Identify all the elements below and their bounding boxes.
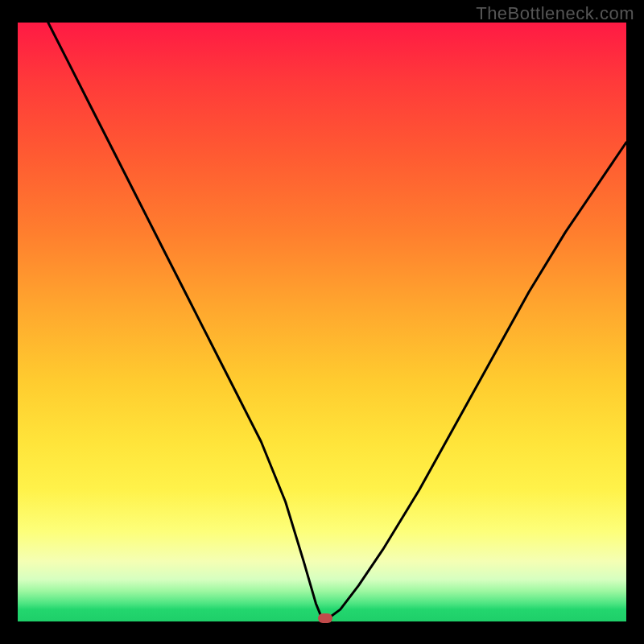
bottleneck-curve-path [48, 23, 626, 618]
chart-frame: TheBottleneck.com [0, 0, 644, 644]
optimal-point-marker [318, 613, 332, 623]
watermark-text: TheBottleneck.com [476, 3, 634, 24]
curve-layer [18, 23, 626, 621]
plot-area [18, 23, 626, 621]
